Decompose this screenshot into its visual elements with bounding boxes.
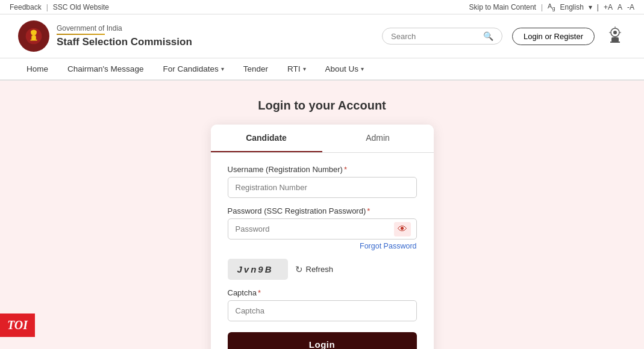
svg-point-5	[31, 31, 33, 33]
feedback-link[interactable]: Feedback	[10, 3, 42, 11]
password-label: Password (SSC Registration Password)*	[228, 206, 417, 215]
captcha-image: Jvn9B	[228, 259, 288, 280]
svg-point-8	[613, 31, 617, 34]
font-small-btn[interactable]: -A	[627, 3, 634, 11]
tab-admin[interactable]: Admin	[322, 125, 434, 152]
svg-rect-13	[611, 37, 619, 42]
top-bar-right: Skip to Main Content | Ag English ▾ | +A…	[469, 2, 634, 11]
page-title: Login to your Account	[258, 99, 386, 113]
svg-rect-3	[31, 36, 36, 40]
svg-rect-14	[610, 42, 620, 43]
chevron-down-icon: ▾	[361, 66, 364, 72]
forgot-password-link[interactable]: Forgot Password	[228, 242, 417, 250]
eye-icon[interactable]: 👁	[394, 222, 411, 236]
svg-point-6	[34, 31, 37, 33]
nav-item-home[interactable]: Home	[18, 58, 57, 79]
nav-item-chairmans-message[interactable]: Chairman's Message	[59, 58, 152, 79]
logo-emblem	[18, 20, 49, 52]
skip-main-content-link[interactable]: Skip to Main Content	[469, 3, 536, 11]
separator2: |	[597, 3, 599, 11]
font-icon: Ag	[548, 2, 555, 11]
ashoka-emblem-icon	[604, 25, 626, 47]
chevron-down-icon: ▾	[303, 66, 306, 72]
login-form-body: Username (Registration Number)* Password…	[211, 153, 434, 349]
search-input[interactable]	[391, 32, 478, 41]
username-group: Username (Registration Number)*	[228, 165, 417, 198]
top-bar-left: Feedback | SSC Old Website	[10, 3, 109, 11]
logo-text: Government of India Staff Selection Comm…	[57, 24, 192, 48]
login-register-button[interactable]: Login or Register	[512, 28, 595, 45]
nav-item-rti[interactable]: RTI ▾	[279, 58, 314, 79]
font-medium-btn[interactable]: A	[617, 3, 622, 11]
nav-item-about-us[interactable]: About Us ▾	[317, 58, 373, 79]
search-icon: 🔍	[483, 31, 493, 41]
password-input[interactable]	[228, 218, 417, 239]
captcha-display-row: Jvn9B ↻ Refresh	[228, 259, 417, 280]
font-large-btn[interactable]: +A	[604, 3, 613, 11]
chevron-down-icon: ▾	[221, 66, 224, 72]
login-card: Candidate Admin Username (Registration N…	[211, 125, 434, 349]
refresh-label: Refresh	[306, 265, 334, 274]
nav-item-tender[interactable]: Tender	[235, 58, 277, 79]
refresh-captcha-button[interactable]: ↻ Refresh	[295, 264, 334, 275]
header: Government of India Staff Selection Comm…	[0, 14, 644, 58]
login-tabs: Candidate Admin	[211, 125, 434, 153]
top-bar: Feedback | SSC Old Website Skip to Main …	[0, 0, 644, 14]
commission-label: Staff Selection Commission	[57, 36, 192, 48]
required-star: *	[344, 165, 347, 174]
govt-label: Government of India	[57, 24, 192, 32]
page-background: Login to your Account Candidate Admin Us…	[0, 81, 644, 349]
top-separator: |	[541, 3, 543, 11]
login-button[interactable]: Login	[228, 332, 417, 349]
nav-item-for-candidates[interactable]: For Candidates ▾	[154, 58, 232, 79]
old-website-link[interactable]: SSC Old Website	[53, 3, 109, 11]
refresh-icon: ↻	[295, 264, 303, 275]
captcha-group: Captcha*	[228, 288, 417, 321]
header-right: 🔍 Login or Register	[382, 25, 626, 47]
username-input[interactable]	[228, 177, 417, 198]
required-star2: *	[367, 206, 370, 215]
header-left: Government of India Staff Selection Comm…	[18, 20, 192, 52]
password-group: Password (SSC Registration Password)* 👁 …	[228, 206, 417, 250]
required-star3: *	[258, 288, 261, 297]
captcha-label: Captcha*	[228, 288, 417, 297]
chevron-down-icon: ▾	[589, 3, 592, 11]
navbar: Home Chairman's Message For Candidates ▾…	[0, 58, 644, 81]
toi-badge: TOI	[0, 313, 35, 337]
separator: |	[46, 3, 48, 11]
tab-candidate[interactable]: Candidate	[211, 125, 322, 152]
captcha-input[interactable]	[228, 300, 417, 321]
username-label: Username (Registration Number)*	[228, 165, 417, 174]
password-wrapper: 👁	[228, 218, 417, 239]
search-box[interactable]: 🔍	[382, 28, 502, 45]
svg-rect-4	[30, 40, 37, 41]
logo-divider	[57, 34, 105, 35]
language-label[interactable]: English	[560, 3, 583, 11]
